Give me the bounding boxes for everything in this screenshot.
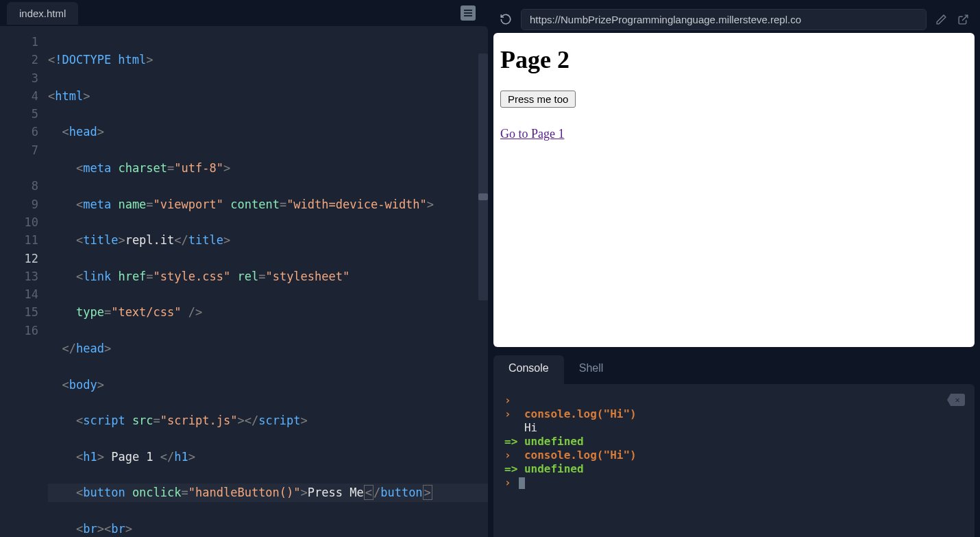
console-tabs: Console Shell	[493, 355, 975, 384]
minimap[interactable]	[478, 53, 488, 300]
code-editor[interactable]: 1 2 3 4 5 6 7 8 9 10 11 12 13 14 15 16 <…	[0, 26, 488, 537]
tab-console[interactable]: Console	[493, 355, 564, 384]
go-to-page-1-link[interactable]: Go to Page 1	[500, 127, 565, 141]
document-icon[interactable]	[461, 5, 476, 21]
console-cursor	[519, 477, 525, 489]
press-me-too-button[interactable]: Press me too	[500, 91, 576, 108]
line-gutter: 1 2 3 4 5 6 7 8 9 10 11 12 13 14 15 16	[0, 26, 48, 537]
svg-line-0	[962, 15, 968, 21]
minimap-thumb[interactable]	[478, 193, 488, 200]
editor-tab-bar: index.html	[0, 0, 488, 26]
reload-icon[interactable]	[498, 11, 514, 27]
url-bar[interactable]: https://NumbPrizeProgramminglanguage.mil…	[521, 9, 927, 30]
file-tab[interactable]: index.html	[7, 2, 78, 25]
browser-toolbar: https://NumbPrizeProgramminglanguage.mil…	[493, 5, 975, 33]
code-content[interactable]: <!DOCTYPE html> <html> <head> <meta char…	[48, 26, 488, 537]
edit-icon[interactable]	[933, 12, 948, 27]
console-output[interactable]: ✕ › › console.log("Hi") Hi => undefined …	[493, 384, 975, 537]
browser-preview: Page 2 Press me too Go to Page 1	[493, 33, 975, 347]
tab-shell[interactable]: Shell	[564, 355, 619, 384]
page-title: Page 2	[500, 45, 968, 74]
clear-console-icon[interactable]: ✕	[947, 394, 965, 406]
open-external-icon[interactable]	[955, 12, 970, 27]
